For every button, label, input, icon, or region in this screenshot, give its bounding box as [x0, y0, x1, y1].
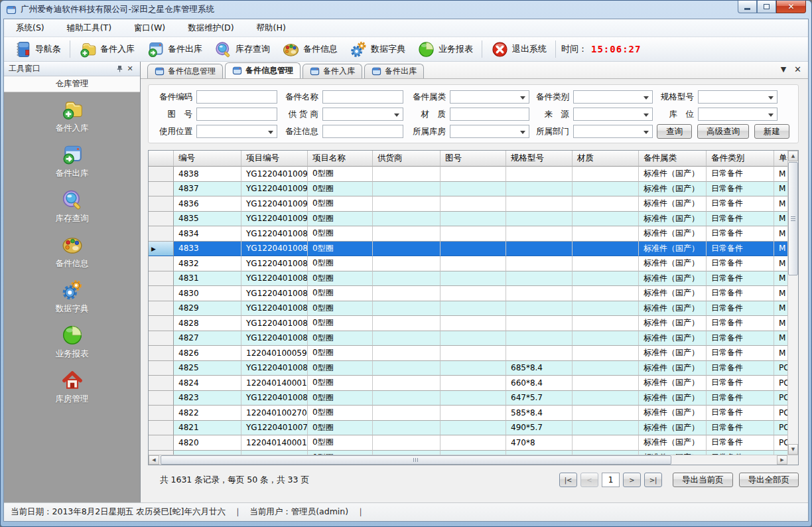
- table-row[interactable]: 4833 YG12204010088 0型圈 标准件（国产）: [149, 242, 787, 257]
- scroll-up-icon[interactable]: ▲: [788, 151, 798, 161]
- toolbar-button[interactable]: 库存查询: [208, 40, 276, 58]
- table-row[interactable]: 4824 1220401400012 0型圈 660*8.4 标准件（国产）: [149, 376, 787, 391]
- scroll-down-icon[interactable]: ▼: [788, 444, 798, 455]
- tab[interactable]: 备件信息管理: [147, 64, 223, 78]
- toolbar-button-label: 数据字典: [371, 43, 405, 55]
- toolbar-button[interactable]: 备件出库: [141, 40, 208, 58]
- table-row[interactable]: 4821 YG12204010079 0型圈 490*5.7 标准件（国产）: [149, 421, 787, 436]
- column-header[interactable]: 项目编号: [241, 151, 308, 167]
- table-row[interactable]: 4832 YG12204010087 0型圈 标准件（国产）: [149, 256, 787, 271]
- table-row[interactable]: 4820 1220401400013 0型圈 470*8 标准件（国产）: [149, 435, 787, 451]
- material-input[interactable]: [450, 108, 529, 121]
- dock-item[interactable]: 备件出库: [33, 143, 112, 179]
- scroll-right-icon[interactable]: ▶: [777, 455, 787, 465]
- palette-icon: [282, 40, 300, 58]
- part-code-input[interactable]: [196, 90, 277, 104]
- scroll-left-icon[interactable]: ◀: [149, 455, 159, 465]
- prev-page-button[interactable]: <: [580, 473, 598, 487]
- column-header[interactable]: 规格型号: [506, 151, 573, 167]
- vertical-scrollbar[interactable]: ▲ ▼: [787, 151, 798, 455]
- export-all-pages-button[interactable]: 导出全部页: [739, 473, 799, 487]
- warehouse-select[interactable]: [450, 125, 529, 138]
- page-number-input[interactable]: [602, 473, 620, 487]
- table-row[interactable]: 4837 YG12204010092 0型圈 标准件（国产）: [149, 182, 787, 197]
- dock-close-button[interactable]: ✕: [125, 64, 135, 74]
- horizontal-scrollbar[interactable]: ◀ ▶: [149, 455, 787, 465]
- menu-item[interactable]: 辅助工具(T): [67, 23, 111, 34]
- toolbar-button[interactable]: 备件入库: [73, 40, 141, 58]
- horizontal-scroll-thumb[interactable]: [161, 455, 671, 465]
- table-row[interactable]: 4829 YG12204010084 0型圈 标准件（国产）: [149, 301, 787, 317]
- column-header[interactable]: 备件属类: [639, 151, 707, 167]
- table-row[interactable]: 4835 YG12204010090 0型圈 标准件（国产）: [149, 212, 787, 227]
- vertical-scroll-thumb[interactable]: [788, 162, 798, 275]
- source-select[interactable]: [573, 108, 653, 121]
- toolbar-button[interactable]: 业务报表: [411, 40, 479, 58]
- pin-button[interactable]: [114, 64, 125, 74]
- table-row[interactable]: 4836 YG12204010091 0型圈 标准件（国产）: [149, 196, 787, 212]
- column-header[interactable]: 供货商: [373, 151, 440, 167]
- table-row[interactable]: 4825 YG12204010081 0型圈 685*8.4 标准件（国产）: [149, 361, 787, 376]
- dock-item[interactable]: 库房管理: [33, 369, 112, 405]
- table-row[interactable]: 4828 YG12204010083 0型圈 标准件（国产）: [149, 316, 787, 331]
- create-button[interactable]: 新建: [754, 124, 789, 139]
- cell-project-no: YG12204010093: [241, 167, 308, 182]
- tab[interactable]: 备件信息管理: [225, 62, 301, 78]
- menu-item[interactable]: 帮助(H): [257, 23, 286, 34]
- column-header[interactable]: 图号: [440, 151, 506, 167]
- column-header[interactable]: 项目名称: [308, 151, 373, 167]
- table-row[interactable]: 4830 YG12204010085 0型圈 标准件（国产）: [149, 286, 787, 301]
- query-button[interactable]: 查询: [657, 124, 692, 139]
- tab[interactable]: 备件入库: [303, 64, 362, 78]
- column-header[interactable]: 备件类别: [707, 151, 774, 167]
- dock-item[interactable]: 业务报表: [33, 324, 112, 360]
- toolbar-button[interactable]: [555, 40, 556, 58]
- menu-item[interactable]: 系统(S): [16, 23, 44, 34]
- bin-location-select[interactable]: [698, 108, 778, 121]
- dock-item[interactable]: 数据字典: [33, 279, 112, 315]
- toolbar-button[interactable]: [482, 40, 482, 58]
- supplier-select[interactable]: [322, 108, 403, 121]
- toolbar-button[interactable]: 备件信息: [276, 40, 344, 58]
- table-row[interactable]: 4838 YG12204010093 0型圈 标准件（国产）: [149, 167, 787, 182]
- table-row[interactable]: 4822 1220401002700 0型圈 585*8.4 标准件（国产）: [149, 406, 787, 421]
- table-row[interactable]: 4831 YG12204010086 0型圈 标准件（国产）: [149, 271, 787, 287]
- minimize-button[interactable]: [738, 1, 757, 13]
- close-button[interactable]: ✕: [776, 1, 806, 13]
- next-page-button[interactable]: >: [623, 473, 641, 487]
- spec-model-select[interactable]: [698, 90, 778, 104]
- table-row[interactable]: 4834 YG12204010089 0型圈 标准件（国产）: [149, 226, 787, 242]
- tab[interactable]: 备件出库: [364, 64, 424, 78]
- title-bar[interactable]: 广州爱奇迪软件科技有限公司-深田之星仓库管理系统: [1, 1, 811, 19]
- chevron-down-icon[interactable]: ▼: [781, 66, 786, 73]
- department-select[interactable]: [573, 125, 653, 138]
- table-row[interactable]: 4827 YG12204010082 0型圈 标准件（国产）: [149, 331, 787, 346]
- tab-close-icon[interactable]: ✕: [794, 65, 801, 74]
- toolbar-button[interactable]: 退出系统: [485, 40, 553, 58]
- drawing-no-input[interactable]: [196, 108, 277, 121]
- column-header[interactable]: 单位: [774, 151, 787, 167]
- toolbar-button[interactable]: [70, 40, 70, 58]
- part-genus-select[interactable]: [450, 90, 529, 104]
- menu-item[interactable]: 数据维护(D): [188, 23, 234, 34]
- restore-button[interactable]: [757, 1, 776, 13]
- table-row[interactable]: 4823 YG12204010080 0型圈 647*5.7 标准件（国产）: [149, 391, 787, 406]
- last-page-button[interactable]: >|: [644, 473, 662, 487]
- dock-group-header[interactable]: 仓库管理: [4, 76, 140, 92]
- part-name-input[interactable]: [322, 90, 403, 104]
- advanced-query-button[interactable]: 高级查询: [697, 124, 749, 139]
- dock-item[interactable]: 备件入库: [33, 98, 112, 134]
- toolbar-button[interactable]: 数据字典: [344, 40, 411, 58]
- part-category-select[interactable]: [573, 90, 653, 104]
- first-page-button[interactable]: |<: [559, 473, 577, 487]
- table-row[interactable]: 4826 1220401000599 0型圈 标准件（国产）: [149, 346, 787, 361]
- toolbar-button[interactable]: 导航条: [8, 40, 67, 58]
- dock-item[interactable]: 库存查询: [33, 188, 112, 224]
- menu-item[interactable]: 窗口(W): [134, 23, 165, 34]
- usage-position-select[interactable]: [196, 125, 277, 138]
- column-header[interactable]: 材质: [573, 151, 639, 167]
- remarks-input[interactable]: [322, 125, 403, 138]
- column-header[interactable]: 编号: [174, 151, 241, 167]
- export-current-page-button[interactable]: 导出当前页: [673, 473, 733, 487]
- dock-item[interactable]: 备件信息: [33, 234, 112, 269]
